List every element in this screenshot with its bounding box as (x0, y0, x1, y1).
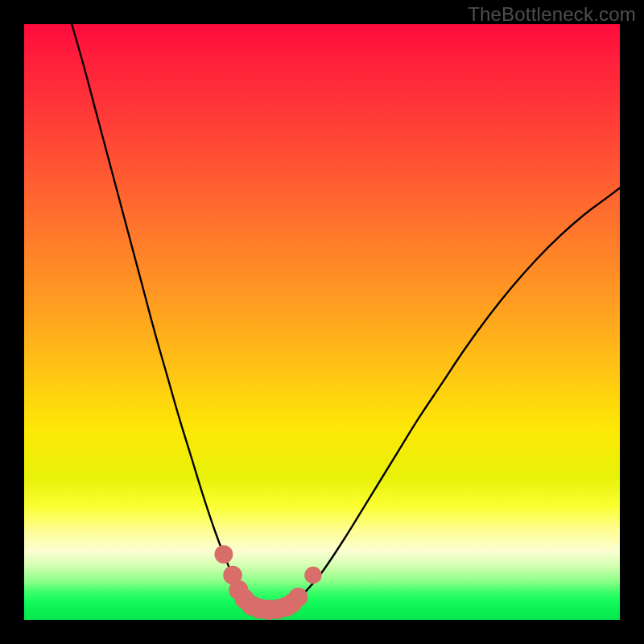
bottleneck-marker (289, 588, 308, 607)
bottleneck-marker (214, 545, 233, 564)
watermark-text: TheBottleneck.com (468, 3, 636, 26)
chart-svg (24, 24, 620, 620)
curve-left-branch (72, 24, 250, 605)
plot-area (24, 24, 620, 620)
chart-frame: TheBottleneck.com (0, 0, 644, 644)
curve-right-branch (292, 188, 620, 605)
bottleneck-marker (304, 567, 321, 584)
bottleneck-markers (214, 545, 321, 620)
